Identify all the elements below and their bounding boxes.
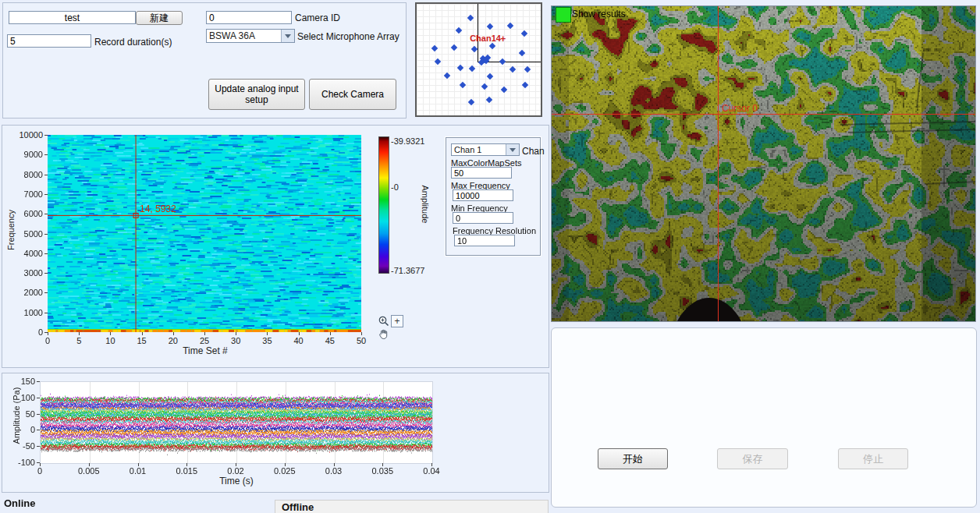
waveform-plot[interactable] [40, 381, 433, 464]
axis-tick-mark [44, 135, 48, 136]
camera-id-input[interactable] [206, 11, 292, 24]
mic-position-dot [435, 58, 441, 65]
axis-tick-label: 40 [285, 336, 313, 345]
mic-position-dot [467, 15, 474, 21]
mic-position-dot [486, 23, 492, 30]
axis-tick-mark [44, 313, 48, 313]
cursor-tool-icon[interactable]: + [391, 315, 403, 327]
start-button[interactable]: 开始 [598, 448, 668, 469]
axis-tick-label: 3000 [7, 268, 43, 278]
camera-image[interactable] [552, 6, 975, 321]
channel-label: Chan [522, 146, 545, 157]
axis-tick-label: 35 [253, 336, 281, 345]
mic-position-dot [489, 43, 495, 49]
mic-array-plot[interactable]: Chan14 + [415, 2, 542, 117]
axis-tick-label: 100 [4, 393, 35, 402]
mic-position-dot [456, 65, 463, 71]
mic-position-dot [499, 58, 506, 65]
chevron-down-icon [281, 30, 294, 42]
stop-button[interactable]: 停止 [838, 448, 908, 469]
axis-tick-label: 0.035 [365, 466, 399, 476]
axis-tick-mark [334, 463, 335, 466]
axis-tick-mark [204, 332, 205, 335]
save-button[interactable]: 保存 [717, 448, 788, 469]
mic-position-dot [486, 73, 492, 80]
mic-position-dot [451, 44, 457, 51]
waveform-panel: Amplitude (Pa) Time (s) 150100500-50-100… [2, 373, 549, 493]
analysis-controls-box: Chan 1 Chan MaxColorMapSets Max Frequenc… [446, 137, 541, 256]
axis-tick-mark [330, 332, 331, 335]
update-analog-input-button[interactable]: Update analog input setup [208, 79, 305, 110]
pan-tool-icon[interactable] [378, 329, 389, 342]
axis-tick-label: 2000 [7, 288, 43, 297]
show-results-label: Show results [572, 9, 626, 19]
axis-tick-label: 0.015 [169, 466, 204, 476]
colorbar-title: Amplitude [421, 179, 430, 229]
axis-tick-mark [44, 273, 48, 274]
mic-position-dot [459, 82, 465, 88]
axis-tick-mark [44, 194, 48, 195]
mic-array-label: Select Microphone Array [297, 31, 399, 42]
tab-online[interactable]: Online [4, 497, 35, 509]
waveform-xlabel: Time (s) [205, 476, 268, 486]
axis-tick-mark [110, 332, 111, 335]
channel-dropdown[interactable]: Chan 1 [451, 143, 520, 156]
mic-array-value: BSWA 36A [207, 30, 281, 42]
tab-offline-label: Offline [282, 501, 314, 513]
axis-tick-label: 10000 [7, 130, 43, 140]
new-button[interactable]: 新建 [136, 11, 183, 25]
axis-tick-label: 0 [34, 336, 62, 345]
setup-panel: 新建 Record duration(s) Camera ID BSWA 36A… [2, 2, 407, 119]
test-name-input[interactable] [9, 11, 136, 24]
axis-tick-mark [89, 463, 90, 466]
axis-tick-mark [37, 430, 40, 430]
mic-position-dot [444, 73, 450, 79]
axis-tick-label: 45 [316, 336, 344, 345]
axis-tick-mark [44, 253, 48, 254]
frequency-resolution-input[interactable] [454, 235, 515, 246]
camera-view[interactable]: Cursor 0 Show results [551, 5, 976, 322]
mic-array-dropdown[interactable]: BSWA 36A [206, 29, 295, 43]
axis-tick-mark [37, 398, 40, 398]
mic-position-dot [524, 66, 530, 73]
spectrogram-plot[interactable] [48, 135, 361, 332]
axis-tick-mark [37, 414, 40, 415]
min-frequency-input[interactable] [453, 212, 513, 224]
axis-tick-mark [236, 463, 236, 466]
colorbar-mid-label: -0 [391, 182, 399, 192]
check-camera-button[interactable]: Check Camera [309, 79, 396, 110]
axis-tick-label: 0 [23, 466, 57, 476]
show-results-checkbox[interactable] [556, 7, 571, 23]
axis-tick-mark [44, 154, 48, 155]
axis-tick-mark [299, 332, 300, 335]
axis-tick-mark [382, 463, 383, 466]
axis-tick-mark [173, 332, 174, 335]
camera-cursor-label: Cursor 0 [722, 103, 758, 114]
axis-tick-label: 10 [96, 336, 124, 345]
axis-tick-label: 6000 [7, 209, 43, 218]
record-duration-input[interactable] [7, 34, 91, 48]
mic-cursor-label: Chan14 [470, 34, 501, 43]
mic-position-dot [468, 99, 474, 105]
max-frequency-input[interactable] [453, 189, 513, 201]
camera-cursor-hline[interactable] [552, 114, 975, 115]
axis-tick-mark [44, 214, 48, 214]
camera-id-label: Camera ID [295, 12, 340, 23]
zoom-tool-icon[interactable] [378, 315, 390, 330]
camera-cursor-vline[interactable] [718, 6, 719, 321]
colorbar [378, 136, 389, 274]
axis-tick-mark [37, 381, 40, 382]
tab-offline[interactable]: Offline [275, 500, 549, 513]
mic-position-dot [481, 83, 488, 90]
axis-tick-label: 9000 [7, 150, 43, 159]
axis-tick-label: 30 [222, 336, 250, 345]
record-control-panel: 开始 保存 停止 [551, 327, 977, 508]
axis-tick-label: -50 [4, 441, 35, 451]
axis-tick-mark [44, 175, 48, 175]
axis-tick-mark [236, 332, 236, 335]
axis-tick-mark [79, 332, 80, 335]
maxcolormapsets-input[interactable] [451, 167, 512, 179]
mic-position-dot [522, 82, 528, 88]
mic-position-dot [501, 87, 507, 93]
axis-tick-mark [267, 332, 268, 335]
